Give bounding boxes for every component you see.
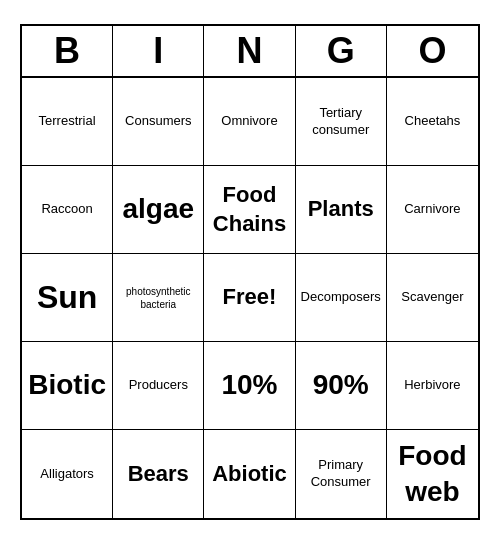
cell-text-21: Bears: [128, 460, 189, 489]
cell-text-2: Omnivore: [221, 113, 277, 130]
bingo-cell-19: Herbivore: [387, 342, 478, 430]
cell-text-3: Tertiary consumer: [300, 105, 382, 139]
bingo-cell-13: Decomposers: [296, 254, 387, 342]
bingo-cell-20: Alligators: [22, 430, 113, 518]
bingo-cell-18: 90%: [296, 342, 387, 430]
bingo-cell-22: Abiotic: [204, 430, 295, 518]
cell-text-9: Carnivore: [404, 201, 460, 218]
cell-text-16: Producers: [129, 377, 188, 394]
cell-text-22: Abiotic: [212, 460, 287, 489]
cell-text-10: Sun: [37, 277, 97, 319]
bingo-card: BINGO TerrestrialConsumersOmnivoreTertia…: [20, 24, 480, 520]
bingo-cell-11: photosynthetic bacteria: [113, 254, 204, 342]
cell-text-7: Food Chains: [208, 181, 290, 238]
cell-text-1: Consumers: [125, 113, 191, 130]
cell-text-20: Alligators: [40, 466, 93, 483]
bingo-cell-7: Food Chains: [204, 166, 295, 254]
header-letter-g: G: [296, 26, 387, 76]
cell-text-14: Scavenger: [401, 289, 463, 306]
cell-text-13: Decomposers: [301, 289, 381, 306]
header-letter-b: B: [22, 26, 113, 76]
bingo-cell-4: Cheetahs: [387, 78, 478, 166]
bingo-cell-12: Free!: [204, 254, 295, 342]
bingo-cell-1: Consumers: [113, 78, 204, 166]
bingo-cell-3: Tertiary consumer: [296, 78, 387, 166]
bingo-cell-24: Food web: [387, 430, 478, 518]
cell-text-19: Herbivore: [404, 377, 460, 394]
cell-text-4: Cheetahs: [405, 113, 461, 130]
bingo-cell-2: Omnivore: [204, 78, 295, 166]
bingo-cell-5: Raccoon: [22, 166, 113, 254]
bingo-grid: TerrestrialConsumersOmnivoreTertiary con…: [22, 78, 478, 518]
cell-text-5: Raccoon: [41, 201, 92, 218]
bingo-cell-14: Scavenger: [387, 254, 478, 342]
bingo-cell-6: algae: [113, 166, 204, 254]
bingo-cell-17: 10%: [204, 342, 295, 430]
cell-text-0: Terrestrial: [39, 113, 96, 130]
cell-text-12: Free!: [223, 283, 277, 312]
cell-text-15: Biotic: [28, 367, 106, 403]
cell-text-23: Primary Consumer: [300, 457, 382, 491]
bingo-cell-10: Sun: [22, 254, 113, 342]
bingo-cell-0: Terrestrial: [22, 78, 113, 166]
bingo-header: BINGO: [22, 26, 478, 78]
header-letter-i: I: [113, 26, 204, 76]
bingo-cell-21: Bears: [113, 430, 204, 518]
cell-text-18: 90%: [313, 367, 369, 403]
cell-text-17: 10%: [221, 367, 277, 403]
bingo-cell-9: Carnivore: [387, 166, 478, 254]
bingo-cell-23: Primary Consumer: [296, 430, 387, 518]
header-letter-n: N: [204, 26, 295, 76]
cell-text-24: Food web: [391, 438, 474, 511]
cell-text-11: photosynthetic bacteria: [117, 285, 199, 311]
bingo-cell-8: Plants: [296, 166, 387, 254]
bingo-cell-16: Producers: [113, 342, 204, 430]
header-letter-o: O: [387, 26, 478, 76]
cell-text-8: Plants: [308, 195, 374, 224]
cell-text-6: algae: [122, 191, 194, 227]
bingo-cell-15: Biotic: [22, 342, 113, 430]
